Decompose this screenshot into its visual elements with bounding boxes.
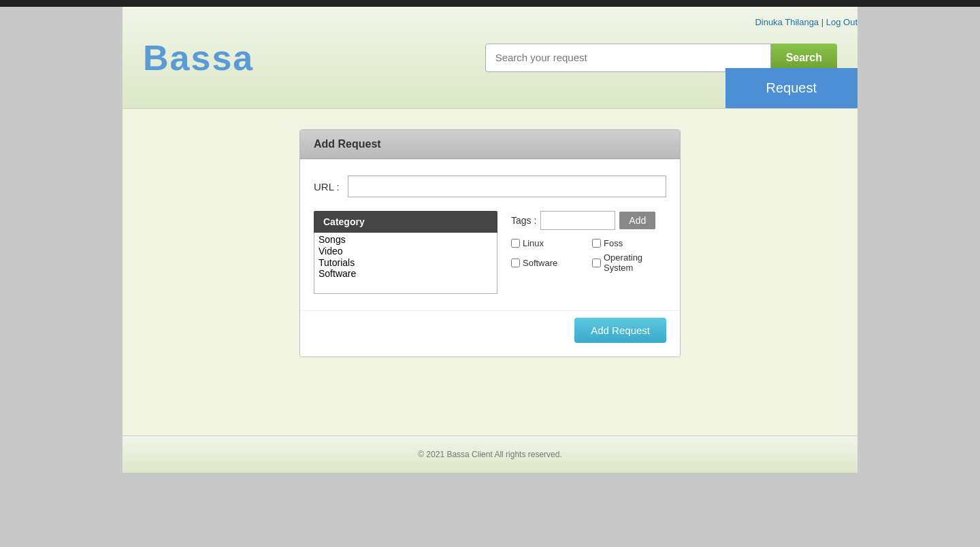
form-body: URL : Category Songs Video Tutorials Sof…: [300, 159, 680, 310]
category-option-tutorials[interactable]: Tutorials: [318, 257, 493, 269]
checkbox-software-input[interactable]: [511, 259, 520, 267]
request-button-wrap: Request: [725, 68, 858, 108]
separator: |: [821, 17, 823, 27]
checkbox-foss-input[interactable]: [592, 239, 601, 248]
main-content: Add Request URL : Category Songs Video T…: [122, 109, 858, 435]
logo: Bassa: [143, 37, 254, 78]
form-title: Add Request: [300, 130, 680, 159]
checkbox-os-input[interactable]: [592, 259, 601, 267]
checkbox-software-label: Software: [523, 258, 557, 268]
top-bar: [0, 0, 980, 7]
category-list: Songs Video Tutorials Software: [314, 233, 497, 294]
form-footer: Add Request: [300, 310, 680, 357]
tags-section: Tags : Add Linux Foss: [511, 211, 666, 273]
checkbox-foss-label: Foss: [604, 238, 623, 248]
checkbox-linux[interactable]: Linux: [511, 238, 585, 248]
add-tag-button[interactable]: Add: [619, 212, 655, 229]
checkbox-linux-label: Linux: [523, 238, 544, 248]
header-left: Bassa: [143, 37, 254, 78]
checkbox-os-label: Operating System: [604, 252, 666, 273]
username-link[interactable]: Dinuka Thilanga: [755, 17, 819, 27]
category-option-software[interactable]: Software: [318, 268, 493, 280]
checkbox-software[interactable]: Software: [511, 252, 585, 273]
url-input[interactable]: [348, 176, 666, 197]
category-header: Category: [314, 211, 497, 233]
header: Dinuka Thilanga | Log Out Bassa Search R…: [122, 7, 858, 109]
footer-text: © 2021 Bassa Client All rights reserved.: [418, 450, 562, 459]
category-section: Category Songs Video Tutorials Software: [314, 211, 497, 294]
tags-input-row: Tags : Add: [511, 211, 666, 230]
footer: © 2021 Bassa Client All rights reserved.: [122, 435, 858, 473]
tags-label: Tags :: [511, 215, 536, 226]
category-select[interactable]: Songs Video Tutorials Software: [314, 233, 497, 294]
category-option-songs[interactable]: Songs: [318, 234, 493, 246]
logout-link[interactable]: Log Out: [826, 17, 858, 27]
checkbox-foss[interactable]: Foss: [592, 238, 666, 248]
add-request-form: Add Request URL : Category Songs Video T…: [299, 129, 681, 357]
checkboxes-grid: Linux Foss Software Operating Syste: [511, 238, 666, 273]
header-user-area: Dinuka Thilanga | Log Out: [755, 17, 858, 27]
request-button[interactable]: Request: [725, 68, 858, 108]
category-option-video[interactable]: Video: [318, 246, 493, 257]
add-request-button[interactable]: Add Request: [574, 318, 666, 343]
tags-input[interactable]: [540, 211, 615, 230]
url-label: URL :: [314, 181, 348, 193]
category-tags-row: Category Songs Video Tutorials Software …: [314, 211, 666, 294]
checkbox-operating-system[interactable]: Operating System: [592, 252, 666, 273]
checkbox-linux-input[interactable]: [511, 239, 520, 248]
url-row: URL :: [314, 176, 666, 197]
